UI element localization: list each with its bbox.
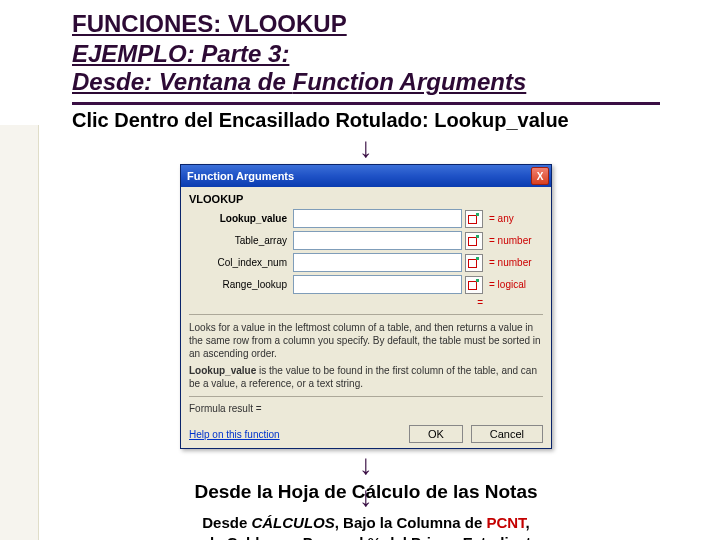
instruction-emph: Lookup_value <box>434 109 568 131</box>
dialog-title: Function Arguments <box>187 170 531 182</box>
arg-hint: = any <box>483 213 543 224</box>
arg-hint: = logical <box>483 279 543 290</box>
arg-hint: = number <box>483 257 543 268</box>
range-lookup-input[interactable] <box>293 275 462 294</box>
arrow-down-icon: ↓ <box>72 134 660 162</box>
divider-bar <box>72 102 660 105</box>
lookup-value-input[interactable] <box>293 209 462 228</box>
txt: , Bajo la Columna de <box>335 514 487 531</box>
arrow-down-icon: ↓ <box>72 483 660 511</box>
arg-row-table-array: Table_array = number <box>189 231 543 250</box>
txt: en la Celda que Posee el % del Primer Es… <box>188 534 543 540</box>
function-description: Looks for a value in the leftmost column… <box>189 321 543 360</box>
separator <box>189 314 543 315</box>
function-name: VLOOKUP <box>189 193 543 205</box>
txt: , <box>526 514 530 531</box>
subtitle-desde: Desde: Ventana de Function Arguments <box>72 68 660 96</box>
subtitle-prefix: Desde: Ventana de <box>72 68 293 95</box>
arg-row-range-lookup: Range_lookup = logical <box>189 275 543 294</box>
range-select-icon[interactable] <box>465 254 483 272</box>
arg-label: Range_lookup <box>189 279 293 290</box>
dialog-titlebar: Function Arguments X <box>181 165 551 187</box>
close-icon[interactable]: X <box>531 167 549 185</box>
subtitle-ejemplo: EJEMPLO: Parte 3: <box>72 40 660 68</box>
cancel-button[interactable]: Cancel <box>471 425 543 443</box>
txt-pcnt: PCNT <box>486 514 525 531</box>
txt: Desde <box>202 514 251 531</box>
txt-calculos: CÁLCULOS <box>251 514 334 531</box>
col-index-input[interactable] <box>293 253 462 272</box>
instruction-prefix: Clic Dentro del Encasillado Rotulado: <box>72 109 434 131</box>
subtitle-emph: Function Arguments <box>293 68 527 95</box>
separator <box>189 396 543 397</box>
arg-label: Table_array <box>189 235 293 246</box>
slide-content: FUNCIONES: VLOOKUP EJEMPLO: Parte 3: Des… <box>0 0 720 540</box>
title-funciones: FUNCIONES: VLOOKUP <box>72 10 660 38</box>
ok-button[interactable]: OK <box>409 425 463 443</box>
arrow-down-icon: ↓ <box>72 451 660 479</box>
button-group: OK Cancel <box>404 428 543 440</box>
argument-description: Lookup_value is the value to be found in… <box>189 364 543 390</box>
formula-result: Formula result = <box>189 403 543 414</box>
help-link[interactable]: Help on this function <box>189 429 280 440</box>
function-arguments-dialog: Function Arguments X VLOOKUP Lookup_valu… <box>180 164 552 449</box>
arg-desc-label: Lookup_value <box>189 365 256 376</box>
table-array-input[interactable] <box>293 231 462 250</box>
arg-label: Lookup_value <box>189 213 293 224</box>
arg-label: Col_index_num <box>189 257 293 268</box>
dialog-footer: Help on this function OK Cancel <box>181 424 551 448</box>
range-select-icon[interactable] <box>465 232 483 250</box>
range-select-icon[interactable] <box>465 210 483 228</box>
instruction-line: Clic Dentro del Encasillado Rotulado: Lo… <box>72 109 660 132</box>
arg-row-col-index: Col_index_num = number <box>189 253 543 272</box>
arg-hint: = number <box>483 235 543 246</box>
dialog-body: VLOOKUP Lookup_value = any Table_array =… <box>181 187 551 424</box>
result-eq: = <box>189 297 543 308</box>
arg-row-lookup-value: Lookup_value = any <box>189 209 543 228</box>
range-select-icon[interactable] <box>465 276 483 294</box>
instruction-block: Desde CÁLCULOS, Bajo la Columna de PCNT,… <box>72 513 660 540</box>
